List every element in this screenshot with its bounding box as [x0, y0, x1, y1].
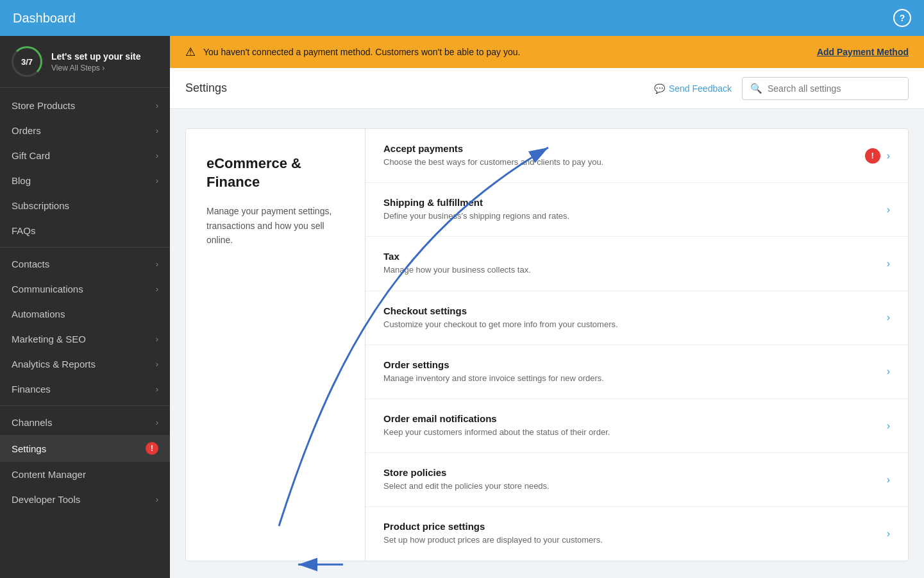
view-steps-link[interactable]: View All Steps ›: [51, 64, 140, 72]
chevron-right-icon: ›: [156, 495, 158, 504]
sidebar-item-right-analytics-reports: ›: [156, 359, 158, 369]
sidebar-item-label-communications: Communications: [12, 284, 156, 294]
settings-row-checkout-settings[interactable]: Checkout settingsCustomize your checkout…: [365, 291, 908, 345]
row-title-product-price-settings: Product price settings: [383, 521, 887, 532]
sidebar-item-developer-tools[interactable]: Developer Tools›: [0, 487, 170, 512]
add-payment-link[interactable]: Add Payment Method: [817, 47, 909, 57]
settings-actions: 💬 Send Feedback 🔍: [654, 77, 909, 100]
settings-row-store-policies[interactable]: Store policiesSelect and edit the polici…: [365, 453, 908, 507]
sidebar-divider: [0, 247, 170, 248]
ecommerce-finance-panel: eCommerce & Finance Manage your payment …: [185, 128, 909, 561]
row-chevron-icon: ›: [887, 474, 890, 486]
chevron-right-icon: ›: [156, 384, 158, 394]
settings-row-order-email-notifications[interactable]: Order email notificationsKeep your custo…: [365, 399, 908, 453]
warning-banner: ⚠ You haven't connected a payment method…: [170, 36, 924, 68]
search-input[interactable]: [768, 83, 900, 94]
row-desc-store-policies: Select and edit the policies your store …: [383, 480, 887, 492]
alert-badge: !: [146, 442, 158, 455]
sidebar-item-settings[interactable]: Settings!: [0, 435, 170, 462]
row-right-order-email-notifications: ›: [887, 420, 890, 432]
sidebar-item-right-marketing-seo: ›: [156, 334, 158, 344]
sidebar-item-analytics-reports[interactable]: Analytics & Reports›: [0, 352, 170, 377]
sidebar-item-blog[interactable]: Blog›: [0, 168, 170, 193]
chevron-right-icon: ›: [156, 176, 158, 185]
sidebar-item-label-developer-tools: Developer Tools: [12, 494, 156, 505]
chevron-right-icon: ›: [156, 101, 158, 110]
row-title-shipping-fulfillment: Shipping & fulfillment: [383, 197, 887, 208]
row-desc-product-price-settings: Set up how product prices are displayed …: [383, 534, 887, 546]
sidebar-item-right-gift-card: ›: [156, 151, 158, 160]
setup-progress-text: 3/7: [21, 57, 33, 67]
sidebar-item-label-store-products: Store Products: [12, 100, 156, 111]
sidebar-item-subscriptions[interactable]: Subscriptions: [0, 193, 170, 218]
row-info-checkout-settings: Checkout settingsCustomize your checkout…: [383, 305, 887, 330]
sidebar-item-label-content-manager: Content Manager: [12, 469, 158, 480]
sidebar-item-right-finances: ›: [156, 384, 158, 394]
app-title: Dashboard: [13, 11, 76, 26]
sidebar-item-gift-card[interactable]: Gift Card›: [0, 143, 170, 168]
row-right-shipping-fulfillment: ›: [887, 204, 890, 216]
top-bar: Dashboard ?: [0, 0, 924, 36]
sidebar-item-content-manager[interactable]: Content Manager: [0, 462, 170, 487]
row-info-order-email-notifications: Order email notificationsKeep your custo…: [383, 413, 887, 438]
row-title-store-policies: Store policies: [383, 467, 887, 478]
sidebar-item-label-subscriptions: Subscriptions: [12, 200, 158, 211]
settings-row-shipping-fulfillment[interactable]: Shipping & fulfillmentDefine your busine…: [365, 183, 908, 237]
row-title-order-email-notifications: Order email notifications: [383, 413, 887, 424]
row-right-order-settings: ›: [887, 366, 890, 377]
chevron-right-icon: ›: [156, 284, 158, 294]
sidebar-item-right-communications: ›: [156, 284, 158, 294]
settings-page-title: Settings: [185, 81, 227, 95]
sidebar-item-label-orders: Orders: [12, 125, 156, 136]
sidebar-item-orders[interactable]: Orders›: [0, 118, 170, 143]
sidebar-item-marketing-seo[interactable]: Marketing & SEO›: [0, 327, 170, 352]
sidebar-item-label-channels: Channels: [12, 417, 156, 428]
sidebar-item-store-products[interactable]: Store Products›: [0, 93, 170, 118]
help-button[interactable]: ?: [893, 9, 911, 27]
sidebar-divider: [0, 405, 170, 406]
row-info-product-price-settings: Product price settingsSet up how product…: [383, 521, 887, 546]
row-info-store-policies: Store policiesSelect and edit the polici…: [383, 467, 887, 492]
search-box[interactable]: 🔍: [742, 77, 909, 100]
feedback-label: Send Feedback: [669, 83, 732, 94]
sidebar-nav: Store Products›Orders›Gift Card›Blog›Sub…: [0, 88, 170, 578]
right-content: ⚠ You haven't connected a payment method…: [170, 36, 924, 578]
sidebar-item-right-orders: ›: [156, 126, 158, 135]
sidebar-item-right-settings: !: [146, 442, 158, 455]
row-chevron-icon: ›: [887, 204, 890, 216]
sidebar-item-contacts[interactable]: Contacts›: [0, 251, 170, 276]
chevron-right-icon: ›: [156, 151, 158, 160]
sidebar-item-channels[interactable]: Channels›: [0, 410, 170, 435]
sidebar-item-right-developer-tools: ›: [156, 495, 158, 504]
row-desc-tax: Manage how your business collects tax.: [383, 264, 887, 276]
sidebar-item-finances[interactable]: Finances›: [0, 377, 170, 402]
row-desc-accept-payments: Choose the best ways for customers and c…: [383, 157, 865, 168]
sidebar-item-label-blog: Blog: [12, 175, 156, 186]
row-title-checkout-settings: Checkout settings: [383, 305, 887, 316]
row-desc-order-email-notifications: Keep your customers informed about the s…: [383, 427, 887, 438]
setup-section[interactable]: 3/7 Let's set up your site View All Step…: [0, 36, 170, 88]
chevron-right-icon: ›: [156, 359, 158, 369]
row-chevron-icon: ›: [887, 312, 890, 323]
settings-row-product-price-settings[interactable]: Product price settingsSet up how product…: [365, 507, 908, 560]
row-chevron-icon: ›: [887, 420, 890, 432]
chevron-right-icon: ›: [156, 126, 158, 135]
row-right-product-price-settings: ›: [887, 528, 890, 540]
sidebar-item-label-settings: Settings: [12, 443, 146, 454]
sidebar-item-right-channels: ›: [156, 418, 158, 427]
sidebar-item-automations[interactable]: Automations: [0, 302, 170, 327]
settings-row-accept-payments[interactable]: Accept paymentsChoose the best ways for …: [365, 129, 908, 183]
row-info-order-settings: Order settingsManage inventory and store…: [383, 359, 887, 384]
settings-row-order-settings[interactable]: Order settingsManage inventory and store…: [365, 345, 908, 399]
settings-row-tax[interactable]: TaxManage how your business collects tax…: [365, 237, 908, 291]
panel-right: Accept paymentsChoose the best ways for …: [365, 129, 908, 561]
row-chevron-icon: ›: [887, 258, 890, 269]
setup-progress-circle: 3/7: [12, 46, 42, 77]
sidebar-item-label-faqs: FAQs: [12, 225, 158, 236]
chevron-right-icon: ›: [156, 259, 158, 269]
sidebar-item-communications[interactable]: Communications›: [0, 276, 170, 302]
sidebar-item-faqs[interactable]: FAQs: [0, 218, 170, 243]
send-feedback-button[interactable]: 💬 Send Feedback: [654, 83, 732, 94]
panel-title: eCommerce & Finance: [206, 155, 344, 191]
settings-header: Settings 💬 Send Feedback 🔍: [170, 68, 924, 109]
